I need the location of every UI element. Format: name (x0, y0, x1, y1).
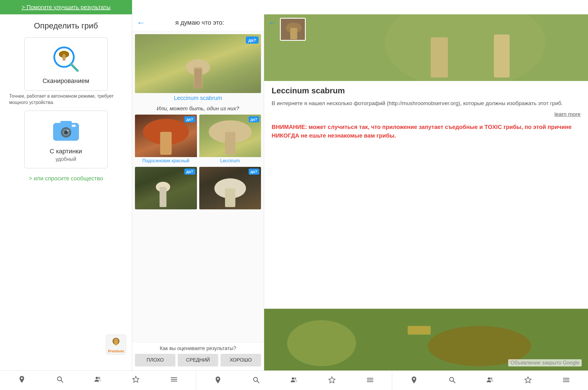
main-yes-badge[interactable]: да? (246, 36, 259, 44)
rating-question: Как вы оцениваете результаты? (135, 345, 261, 352)
scan-description: Точнее, работает в автономном режиме, тр… (6, 93, 126, 106)
scan-icon (50, 43, 82, 75)
nav-menu-2[interactable] (366, 376, 374, 385)
photo-label: С картинки (50, 148, 82, 155)
svg-rect-14 (115, 341, 117, 345)
middle-content: да? Leccinum scabrum Или, может быть, од… (132, 31, 264, 342)
premium-label: Premium (108, 349, 124, 353)
alt-grid-row1: да? Подосиновик красный да? (135, 115, 261, 165)
rating-section: Как вы оцениваете результаты? ПЛОХО СРЕД… (132, 342, 264, 370)
svg-rect-32 (290, 28, 297, 39)
nav-search-3[interactable] (448, 376, 456, 385)
nav-star-3[interactable] (524, 376, 532, 385)
nav-people-1[interactable] (94, 375, 102, 385)
svg-point-10 (67, 130, 69, 132)
ad-label: Объявление закрыто Google (508, 359, 582, 366)
nav-people-3[interactable] (486, 376, 494, 385)
nav-menu-3[interactable] (562, 376, 570, 385)
alt-yes-badge-4[interactable]: да? (249, 169, 259, 175)
middle-panel: ← я думаю что это: да? (132, 14, 264, 370)
alt-label-2[interactable]: Leccinum (199, 157, 261, 165)
svg-rect-29 (494, 34, 510, 78)
right-back-button[interactable]: ← (268, 18, 277, 28)
thumbnail (280, 18, 306, 41)
svg-rect-6 (60, 121, 72, 125)
svg-rect-28 (431, 37, 448, 78)
alt-item-3: да? (135, 167, 197, 209)
svg-rect-11 (72, 125, 76, 127)
scan-label: Сканированием (42, 77, 89, 85)
alt-yes-badge-1[interactable]: да? (184, 116, 195, 122)
premium-badge: Premium (106, 335, 126, 355)
alt-label-1[interactable]: Подосиновик красный (135, 157, 197, 165)
page-title: Определить гриб (34, 21, 98, 30)
photo-option-card[interactable]: С картинки удобный (24, 111, 108, 168)
svg-point-40 (98, 377, 100, 379)
nav-star-1[interactable] (132, 375, 140, 385)
learn-more-link[interactable]: learn more (272, 111, 581, 117)
alt-yes-badge-3[interactable]: да? (184, 169, 195, 175)
photo-subtitle: удобный (55, 156, 76, 162)
svg-point-48 (294, 377, 296, 380)
svg-rect-17 (194, 69, 202, 89)
rating-medium-button[interactable]: СРЕДНИЙ (178, 354, 218, 366)
middle-header: ← я думаю что это: (132, 14, 264, 31)
svg-rect-19 (160, 132, 172, 155)
right-content: Leccinum scabrum В интернете я нашел нес… (264, 81, 588, 309)
main-result-image: да? (135, 34, 261, 93)
camera-icon (52, 117, 80, 145)
svg-rect-25 (225, 188, 235, 207)
nav-section-2 (196, 371, 392, 390)
svg-marker-41 (133, 376, 139, 382)
rating-bad-button[interactable]: ПЛОХО (135, 354, 175, 366)
svg-line-46 (257, 381, 259, 383)
nav-search-2[interactable] (252, 376, 260, 385)
svg-line-38 (61, 381, 63, 383)
middle-back-button[interactable]: ← (137, 18, 145, 28)
right-top-image: ← (264, 14, 588, 81)
svg-point-39 (96, 377, 98, 379)
svg-rect-23 (160, 187, 167, 207)
nav-people-2[interactable] (290, 376, 298, 385)
svg-point-56 (490, 377, 492, 380)
middle-title: я думаю что это: (149, 19, 251, 26)
svg-line-1 (71, 64, 78, 71)
mushroom-description: В интернете я нашел несколько фотографий… (272, 99, 581, 108)
svg-point-34 (287, 320, 356, 366)
right-panel: ← Leccinum scabrum В интернете я нашел н… (264, 14, 588, 370)
alt-item-4: да? (199, 167, 261, 209)
rating-good-button[interactable]: ХОРОШО (220, 354, 261, 366)
svg-line-54 (453, 381, 455, 383)
scan-option-card[interactable]: Сканированием (24, 37, 108, 91)
svg-rect-21 (225, 132, 235, 154)
alternatives-title: Или, может быть, один из них? (135, 105, 261, 112)
svg-marker-57 (525, 377, 531, 383)
alt-item-1: да? Подосиновик красный (135, 115, 197, 165)
svg-marker-49 (329, 377, 335, 383)
main-result-name[interactable]: Leccinum scabrum (135, 95, 261, 101)
warning-text: ВНИМАНИЕ: может случиться так, что прило… (272, 123, 581, 140)
bottom-nav (0, 370, 588, 390)
nav-location-3[interactable] (410, 376, 418, 385)
top-banner[interactable]: > Помогите улучшить результаты (0, 0, 132, 14)
alt-item-2: да? Leccinum (199, 115, 261, 165)
nav-search-1[interactable] (56, 375, 64, 385)
mushroom-name: Leccinum scabrum (272, 86, 581, 95)
svg-rect-3 (63, 54, 65, 61)
svg-rect-35 (408, 326, 431, 335)
community-link[interactable]: > или спросите сообщество (29, 175, 103, 182)
right-bottom-image: Объявление закрыто Google (264, 309, 588, 370)
alt-yes-badge-2[interactable]: да? (249, 116, 259, 122)
nav-menu-1[interactable] (170, 375, 178, 385)
svg-point-55 (488, 377, 490, 380)
svg-point-27 (385, 14, 546, 81)
nav-section-1 (0, 371, 196, 390)
svg-point-47 (292, 377, 294, 380)
nav-location-2[interactable] (214, 376, 222, 385)
nav-location-1[interactable] (18, 375, 26, 385)
left-panel: Определить гриб Сканированием Точнее, ра… (0, 14, 132, 370)
nav-section-3 (392, 371, 588, 390)
nav-star-2[interactable] (328, 376, 336, 385)
alt-grid-row2: да? да? (135, 167, 261, 209)
